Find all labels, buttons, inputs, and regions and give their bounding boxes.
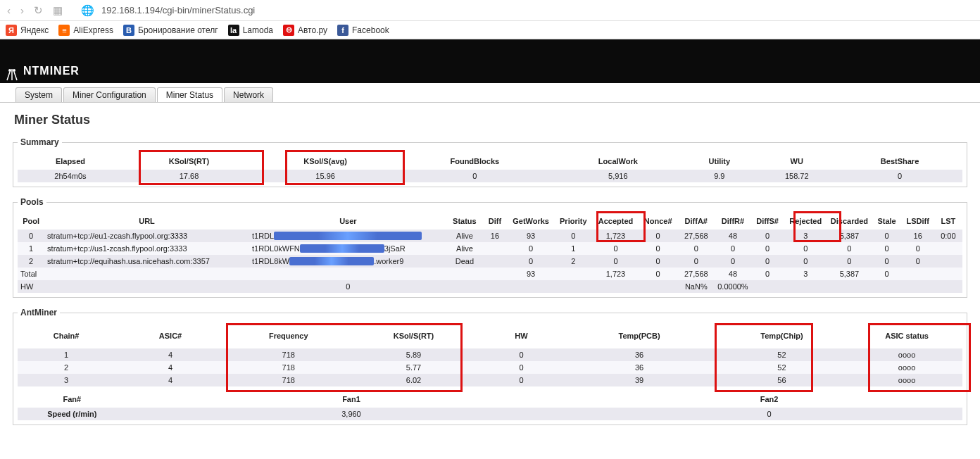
pools-cell: t1RDLxxxxxxxxxxxxxxxxxxxxxxxxxxxxxxxx xyxy=(249,230,447,242)
pools-cell: t1RDL0kWFNxxxxxxxxxxxxxxxxxxxx3jSaR xyxy=(249,242,447,255)
pools-cell: 16 xyxy=(482,230,508,242)
pools-cell xyxy=(934,255,962,268)
svg-point-0 xyxy=(8,69,11,72)
pools-total-cell: 5,387 xyxy=(827,268,872,280)
pools-cell: 0 xyxy=(639,230,677,242)
pools-header: Diff xyxy=(482,213,508,230)
pools-header: DiffS# xyxy=(750,213,784,230)
antminer-header: HW xyxy=(476,323,566,348)
antminer-legend: AntMiner xyxy=(18,308,60,317)
bookmark-item[interactable]: ≡AliExpress xyxy=(58,25,113,36)
back-button[interactable]: ‹ xyxy=(4,4,13,16)
pools-cell: 1,723 xyxy=(592,230,639,242)
pools-total-cell xyxy=(934,268,962,280)
summary-header: KSol/S(RT) xyxy=(123,153,255,170)
tab-miner-status[interactable]: Miner Status xyxy=(157,87,222,102)
antminer-cell: oooo xyxy=(851,348,962,361)
pools-cell: 0 xyxy=(784,255,827,268)
pools-total-cell xyxy=(44,268,249,280)
antminer-cell: 0 xyxy=(476,348,566,361)
bookmark-item[interactable]: laLamoda xyxy=(228,25,273,36)
antminer-cell: 718 xyxy=(226,361,351,374)
pools-hw-cell xyxy=(592,280,639,293)
tab-miner-configuration[interactable]: Miner Configuration xyxy=(63,87,156,102)
antminer-header: ASIC status xyxy=(851,323,962,348)
pools-cell: 0 xyxy=(677,255,715,268)
summary-value: 158.72 xyxy=(756,170,837,182)
tab-system[interactable]: System xyxy=(15,87,62,102)
pools-total-cell: 27,568 xyxy=(677,268,715,280)
pools-hw-cell xyxy=(784,280,827,293)
pools-cell: 5,387 xyxy=(827,230,872,242)
antminer-cell: 4 xyxy=(115,348,226,361)
bookmark-icon: ⊖ xyxy=(283,25,294,36)
bookmark-icon: B xyxy=(123,25,134,36)
pools-legend: Pools xyxy=(18,197,46,207)
pools-cell: 2 xyxy=(554,255,592,268)
pools-cell: 0 xyxy=(750,230,784,242)
pools-hw-cell xyxy=(934,280,962,293)
browser-toolbar: ‹ › ↻ ▦ 🌐 192.168.1.194/cgi-bin/minerSta… xyxy=(0,0,980,21)
pools-header: URL xyxy=(44,213,249,230)
bookmark-icon: la xyxy=(228,25,239,36)
reload-button[interactable]: ↻ xyxy=(31,4,46,17)
antminer-cell: 718 xyxy=(226,348,351,361)
forward-button[interactable]: › xyxy=(18,4,27,16)
bookmark-icon: ≡ xyxy=(58,25,70,36)
tab-network[interactable]: Network xyxy=(224,87,273,102)
pools-hw-cell xyxy=(44,280,249,293)
pools-hw-cell: 0.0000% xyxy=(715,280,750,293)
pools-cell: 0 xyxy=(508,255,554,268)
bookmark-item[interactable]: ЯЯндекс xyxy=(6,25,49,36)
antminer-cell: oooo xyxy=(851,374,962,386)
bookmark-label: Бронирование отелг xyxy=(138,25,218,35)
summary-header: Utility xyxy=(682,153,756,170)
pools-cell: 16 xyxy=(902,230,934,242)
pools-cell: 0 xyxy=(827,242,872,255)
pools-total-cell: 0 xyxy=(639,268,677,280)
antminer-cell: 56 xyxy=(712,374,851,386)
pools-cell: 0 xyxy=(508,242,554,255)
antminer-cell: 0 xyxy=(476,374,566,386)
pools-cell: 0 xyxy=(715,242,750,255)
summary-panel: Summary ElapsedKSol/S(RT)KSol/S(avg)Foun… xyxy=(13,137,967,187)
bookmark-item[interactable]: BБронирование отелг xyxy=(123,25,218,36)
pools-cell: 0 xyxy=(827,255,872,268)
pools-panel: Pools PoolURLUserStatusDiffGetWorksPrior… xyxy=(13,197,967,298)
pools-header: Discarded xyxy=(827,213,872,230)
apps-grid-icon[interactable]: ▦ xyxy=(50,4,65,17)
antminer-header: Temp(Chip) xyxy=(712,323,851,348)
antminer-cell: 4 xyxy=(115,361,226,374)
pools-cell: stratum+tcp://eu1-zcash.flypool.org:3333 xyxy=(44,230,249,242)
pools-header: DiffR# xyxy=(715,213,750,230)
summary-table: ElapsedKSol/S(RT)KSol/S(avg)FoundBlocksL… xyxy=(18,153,962,182)
nav-tabs: SystemMiner ConfigurationMiner StatusNet… xyxy=(0,83,980,103)
pools-total-cell xyxy=(447,268,482,280)
pools-total-cell: 93 xyxy=(508,268,554,280)
pools-cell: 1 xyxy=(554,242,592,255)
summary-value: 5,916 xyxy=(553,170,682,182)
summary-value: 0 xyxy=(396,170,553,182)
site-info-icon[interactable]: 🌐 xyxy=(81,4,94,17)
address-bar[interactable]: 192.168.1.194/cgi-bin/minerStatus.cgi xyxy=(99,5,255,15)
pools-total-cell: 3 xyxy=(784,268,827,280)
app-header: NTMINER xyxy=(0,39,980,83)
bookmark-item[interactable]: ⊖Авто.ру xyxy=(283,25,327,36)
pools-cell: 0 xyxy=(750,255,784,268)
pools-cell: 3 xyxy=(784,230,827,242)
pools-table: PoolURLUserStatusDiffGetWorksPriorityAcc… xyxy=(18,213,962,293)
pools-cell xyxy=(482,255,508,268)
page-title: Miner Status xyxy=(14,113,967,127)
pools-cell: 1 xyxy=(18,242,44,255)
pools-header: Accepted xyxy=(592,213,639,230)
pools-cell: 0 xyxy=(872,230,902,242)
pools-hw-cell xyxy=(482,280,508,293)
fan-num-header: Fan# xyxy=(18,391,127,408)
bookmark-item[interactable]: fFacebook xyxy=(337,25,389,36)
pools-cell: 0 xyxy=(592,255,639,268)
antminer-cell: 5.77 xyxy=(351,361,477,374)
pools-cell: 0 xyxy=(715,255,750,268)
pools-cell: 0 xyxy=(784,242,827,255)
antminer-cell: 4 xyxy=(115,374,226,386)
pools-cell xyxy=(934,242,962,255)
